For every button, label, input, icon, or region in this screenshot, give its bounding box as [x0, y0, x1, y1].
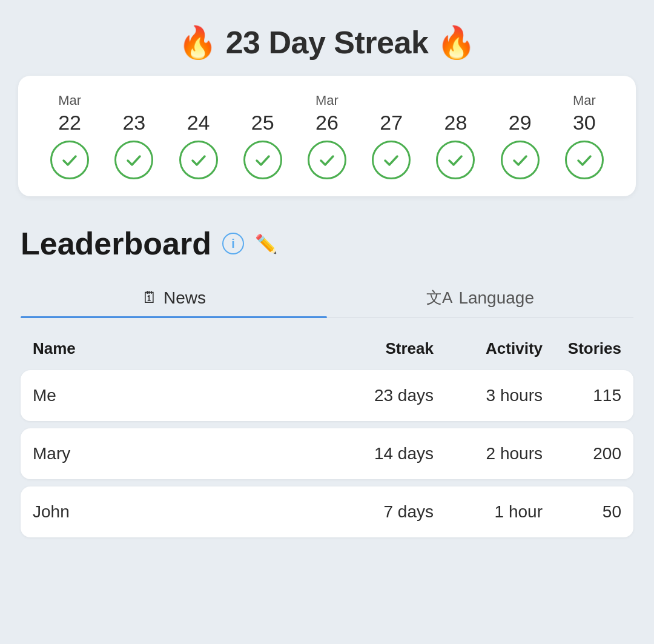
row-john-streak: 7 days — [337, 502, 434, 522]
cal-check-27 — [359, 141, 423, 179]
language-tab-icon: 文A — [426, 287, 452, 308]
leaderboard-header: Leaderboard i ✏️ — [21, 225, 633, 262]
cal-day-30: 30 — [552, 111, 616, 141]
cal-day-25: 25 — [231, 111, 295, 141]
edit-icon[interactable]: ✏️ — [255, 233, 277, 254]
cal-day-28: 28 — [423, 111, 487, 141]
table-row: Mary 14 days 2 hours 200 — [21, 428, 633, 479]
row-mary-streak: 14 days — [337, 444, 434, 463]
row-mary-activity: 2 hours — [434, 444, 543, 463]
cal-day-27: 27 — [359, 111, 423, 141]
cal-month-6 — [423, 93, 487, 111]
streak-title: 🔥 23 Day Streak 🔥 — [18, 24, 636, 61]
info-label: i — [231, 237, 235, 251]
row-john-stories: 50 — [543, 502, 621, 522]
cal-month-2 — [166, 93, 230, 111]
news-tab-icon: 🗓 — [142, 288, 157, 307]
cal-day-23: 23 — [102, 111, 166, 141]
row-mary-stories: 200 — [543, 444, 621, 463]
calendar-grid: Mar Mar Mar 22 23 24 25 26 27 28 29 30 — [38, 93, 616, 179]
row-me-stories: 115 — [543, 386, 621, 405]
cal-month-8: Mar — [552, 93, 616, 111]
row-john-name: John — [33, 502, 337, 522]
tab-news-label: News — [164, 288, 206, 308]
leaderboard-section: Leaderboard i ✏️ 🗓 News 文A Language Name… — [18, 225, 636, 537]
cal-day-26: 26 — [295, 111, 359, 141]
cal-month-3 — [231, 93, 295, 111]
leaderboard-title: Leaderboard — [21, 225, 211, 262]
row-me-activity: 3 hours — [434, 386, 543, 405]
cal-month-4: Mar — [295, 93, 359, 111]
col-name: Name — [33, 339, 337, 358]
tabs: 🗓 News 文A Language — [21, 279, 633, 317]
tab-language[interactable]: 文A Language — [327, 279, 633, 317]
cal-check-25 — [231, 141, 295, 179]
cal-check-24 — [166, 141, 230, 179]
cal-day-22: 22 — [38, 111, 102, 141]
row-me-streak: 23 days — [337, 386, 434, 405]
cal-check-28 — [423, 141, 487, 179]
cal-month-1 — [102, 93, 166, 111]
cal-check-26 — [295, 141, 359, 179]
info-icon[interactable]: i — [222, 233, 244, 254]
cal-month-7 — [488, 93, 552, 111]
col-stories: Stories — [543, 339, 621, 358]
cal-check-29 — [488, 141, 552, 179]
row-me-name: Me — [33, 386, 337, 405]
cal-check-22 — [38, 141, 102, 179]
row-mary-name: Mary — [33, 444, 337, 463]
calendar-card: Mar Mar Mar 22 23 24 25 26 27 28 29 30 — [18, 76, 636, 196]
cal-check-23 — [102, 141, 166, 179]
table-header: Name Streak Activity Stories — [21, 332, 633, 365]
cal-day-29: 29 — [488, 111, 552, 141]
cal-day-24: 24 — [166, 111, 230, 141]
col-streak: Streak — [337, 339, 434, 358]
cal-check-30 — [552, 141, 616, 179]
table-row: Me 23 days 3 hours 115 — [21, 370, 633, 421]
cal-month-0: Mar — [38, 93, 102, 111]
row-john-activity: 1 hour — [434, 502, 543, 522]
tab-news[interactable]: 🗓 News — [21, 279, 327, 317]
tab-language-label: Language — [458, 288, 534, 308]
col-activity: Activity — [434, 339, 543, 358]
table-row: John 7 days 1 hour 50 — [21, 486, 633, 537]
cal-month-5 — [359, 93, 423, 111]
